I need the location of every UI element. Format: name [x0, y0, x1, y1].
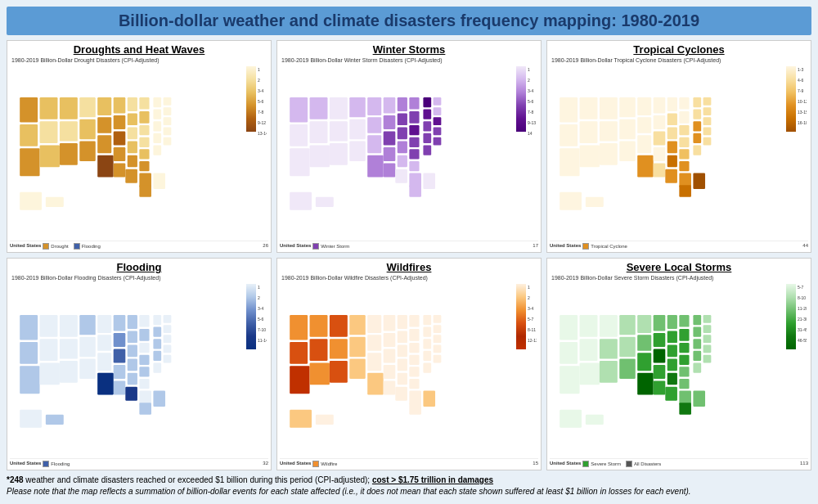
svg-rect-46 [423, 145, 431, 155]
svg-rect-109 [679, 185, 691, 197]
note-bold: *248 [7, 475, 24, 484]
svg-rect-80 [654, 97, 666, 113]
svg-rect-93 [679, 125, 689, 135]
severe-title: Severe Local Storms [550, 261, 808, 273]
footer-drought-label: Drought [51, 244, 68, 249]
flooding-subtitle: 1980-2019 Billion-Dollar Flooding Disast… [10, 275, 268, 281]
state-id [40, 97, 58, 119]
wildfire-footer: United States Wildfire 15 [280, 458, 538, 467]
state-ct [164, 128, 172, 136]
state-md [153, 133, 161, 143]
svg-text:1-3: 1-3 [798, 67, 803, 72]
footer-severe-label: Severe Storm [591, 461, 621, 466]
footer-winter-label: Winter Storm [321, 244, 349, 249]
svg-rect-45 [423, 133, 431, 143]
wildfire-legend: 1 2 3-4 5-7 8-11 12-13 [499, 282, 538, 457]
state-ia [114, 115, 126, 129]
svg-rect-190 [367, 373, 383, 395]
svg-rect-249 [654, 365, 666, 379]
svg-rect-68 [580, 121, 598, 143]
svg-rect-267 [693, 351, 701, 361]
svg-rect-241 [619, 359, 635, 379]
footer-count-wildfire: 15 [533, 461, 538, 467]
state-mt [60, 97, 78, 119]
state-fl [153, 173, 165, 189]
svg-rect-222 [316, 415, 334, 425]
svg-rect-146 [139, 315, 149, 327]
svg-text:1: 1 [258, 285, 260, 290]
footer-us-flooding: United States [10, 461, 41, 467]
svg-rect-147 [139, 329, 149, 341]
state-ak [20, 192, 42, 210]
svg-rect-13 [310, 145, 330, 167]
footer-count-tropical: 44 [802, 243, 808, 250]
svg-rect-195 [384, 380, 396, 394]
winter-map-svg [280, 65, 499, 240]
svg-rect-239 [619, 315, 635, 335]
svg-rect-211 [423, 339, 431, 349]
svg-rect-270 [703, 325, 712, 333]
state-va [153, 121, 161, 131]
svg-rect-22 [367, 135, 381, 153]
tropical-map-content: 1-3 4-6 7-9 10-12 13-15 16-18 [550, 65, 808, 240]
svg-rect-108 [693, 173, 705, 189]
svg-rect-12 [310, 121, 328, 143]
bottom-note: *248 weather and climate disasters reach… [7, 475, 811, 497]
svg-text:3-4: 3-4 [528, 306, 533, 311]
svg-rect-121 [20, 366, 39, 394]
svg-rect-180 [310, 362, 330, 385]
svg-rect-223 [516, 284, 526, 349]
flooding-map-content: 1 2 3-4 5-6 7-10 11-14 [10, 282, 268, 457]
svg-rect-202 [409, 315, 419, 327]
state-al [139, 185, 151, 197]
tropical-legend: 1-3 4-6 7-9 10-12 13-15 16-18 [769, 65, 808, 240]
svg-rect-112 [786, 66, 796, 132]
svg-rect-206 [409, 367, 419, 376]
svg-text:13-15: 13-15 [798, 110, 807, 115]
state-nh [164, 107, 172, 115]
svg-text:8-10: 8-10 [798, 295, 806, 300]
svg-rect-69 [580, 145, 600, 167]
svg-rect-256 [665, 387, 677, 401]
svg-text:12-13: 12-13 [528, 338, 537, 343]
svg-rect-124 [40, 362, 60, 385]
svg-rect-128 [79, 315, 95, 335]
svg-rect-141 [128, 331, 137, 343]
svg-rect-265 [693, 327, 701, 337]
drought-svg-area [10, 65, 229, 240]
svg-rect-272 [703, 345, 712, 353]
svg-rect-181 [330, 315, 348, 337]
svg-rect-15 [330, 121, 348, 141]
state-co [79, 142, 95, 161]
svg-rect-232 [560, 366, 579, 394]
tropical-svg-area [550, 65, 769, 240]
svg-rect-276 [560, 410, 582, 428]
svg-text:5-7: 5-7 [798, 285, 803, 290]
svg-text:46-55: 46-55 [798, 338, 807, 343]
svg-rect-194 [384, 365, 396, 379]
drought-subtitle: 1980-2019 Billion-Dollar Drought Disaste… [10, 57, 268, 63]
winter-svg-area [280, 65, 499, 240]
svg-rect-178 [310, 315, 328, 337]
svg-rect-150 [139, 367, 149, 376]
state-nd [79, 97, 95, 117]
svg-rect-19 [349, 142, 365, 161]
svg-rect-148 [139, 343, 149, 353]
svg-rect-167 [97, 373, 113, 395]
svg-rect-250 [654, 380, 666, 394]
svg-rect-234 [580, 339, 598, 361]
svg-rect-38 [409, 137, 419, 147]
svg-rect-156 [153, 351, 161, 361]
svg-rect-123 [40, 339, 58, 361]
severe-legend-svg: 5-7 8-10 11-20 21-30 31-45 46-55 [782, 284, 807, 358]
svg-rect-55 [316, 197, 334, 207]
svg-text:7-10: 7-10 [258, 327, 266, 332]
svg-rect-27 [384, 147, 396, 161]
state-ok [114, 147, 126, 161]
svg-rect-132 [97, 335, 111, 350]
svg-rect-36 [409, 111, 419, 124]
svg-text:13-14: 13-14 [258, 131, 267, 136]
state-mo [114, 131, 126, 145]
state-il [128, 113, 137, 125]
footer-wildfire-item: Wildfire [312, 461, 337, 467]
